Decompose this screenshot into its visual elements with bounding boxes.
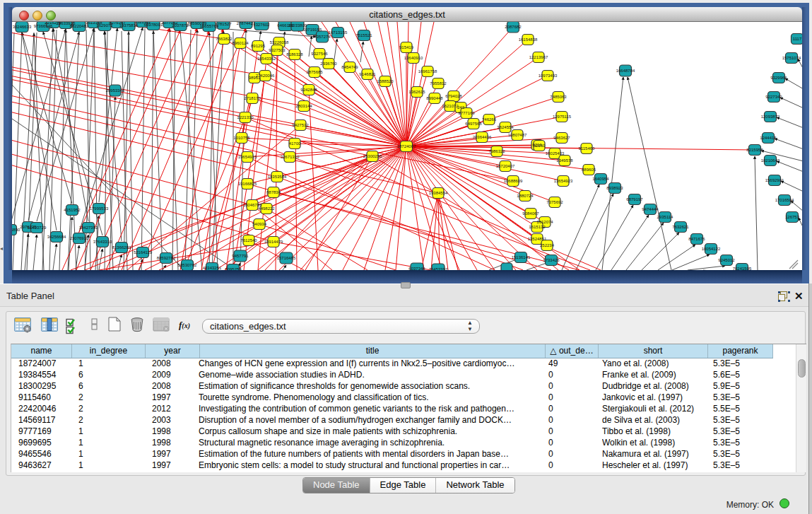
- svg-text:37643310: 37643310: [93, 240, 112, 244]
- svg-text:34256684: 34256684: [47, 235, 66, 239]
- svg-text:16543362: 16543362: [257, 57, 276, 61]
- svg-text:889605: 889605: [582, 168, 596, 172]
- svg-text:53226058: 53226058: [270, 40, 289, 45]
- svg-text:16154838: 16154838: [519, 37, 538, 42]
- svg-text:43343251: 43343251: [203, 266, 222, 270]
- svg-text:10719155: 10719155: [303, 28, 322, 32]
- svg-text:9457791: 9457791: [232, 254, 249, 258]
- svg-text:10025433: 10025433: [546, 151, 565, 156]
- svg-text:915419: 915419: [399, 45, 414, 49]
- svg-text:10688609: 10688609: [504, 179, 523, 183]
- svg-text:12213967: 12213967: [529, 55, 548, 59]
- svg-text:66978001: 66978001: [144, 23, 163, 27]
- svg-text:8215958: 8215958: [746, 148, 763, 152]
- svg-text:9327503: 9327503: [269, 48, 286, 52]
- svg-text:1244415: 1244415: [760, 136, 777, 140]
- svg-text:1221330: 1221330: [237, 115, 254, 119]
- svg-text:20364436: 20364436: [473, 135, 492, 139]
- svg-text:2087682: 2087682: [505, 25, 522, 29]
- svg-text:16914479: 16914479: [264, 240, 283, 244]
- svg-text:1781527: 1781527: [215, 22, 232, 26]
- svg-text:7663822: 7663822: [216, 37, 233, 41]
- svg-text:18427393: 18427393: [79, 226, 98, 230]
- svg-text:8186328: 8186328: [286, 52, 303, 57]
- svg-text:10054122: 10054122: [702, 247, 721, 251]
- svg-text:1733426: 1733426: [543, 258, 560, 262]
- svg-text:1327602: 1327602: [253, 23, 270, 27]
- svg-text:76453392: 76453392: [429, 267, 448, 270]
- svg-text:7357274: 7357274: [314, 35, 331, 39]
- svg-text:15720407: 15720407: [496, 164, 515, 168]
- svg-text:1362615: 1362615: [408, 90, 425, 94]
- svg-text:1117: 1117: [793, 37, 802, 41]
- svg-text:3875685: 3875685: [306, 70, 323, 74]
- svg-text:9777169: 9777169: [458, 111, 475, 115]
- svg-text:7632621: 7632621: [672, 225, 689, 229]
- svg-text:9115460: 9115460: [579, 146, 596, 151]
- svg-text:1621072: 1621072: [442, 104, 459, 108]
- svg-text:19384554: 19384554: [429, 191, 448, 195]
- svg-text:19654915: 19654915: [238, 155, 257, 159]
- svg-text:887834: 887834: [266, 190, 281, 194]
- svg-text:13524851: 13524851: [528, 237, 547, 241]
- svg-text:9084067: 9084067: [522, 211, 539, 216]
- svg-text:88592782: 88592782: [157, 256, 176, 260]
- svg-text:9427512: 9427512: [292, 123, 309, 127]
- svg-text:2037872: 2037872: [172, 23, 189, 28]
- svg-text:58530762: 58530762: [178, 263, 197, 267]
- svg-text:7612540: 7612540: [240, 238, 257, 243]
- svg-text:4151952: 4151952: [64, 208, 81, 212]
- svg-text:1010755: 1010755: [233, 136, 250, 140]
- svg-text:32671310: 32671310: [281, 155, 300, 159]
- svg-text:8471676: 8471676: [688, 237, 705, 241]
- svg-text:15751074: 15751074: [782, 56, 801, 60]
- svg-text:4498222: 4498222: [258, 206, 275, 211]
- svg-text:1880724: 1880724: [517, 194, 534, 198]
- svg-text:70241505: 70241505: [733, 267, 752, 270]
- svg-text:16713155: 16713155: [329, 30, 348, 35]
- svg-text:16648784: 16648784: [616, 69, 635, 73]
- svg-text:891295: 891295: [251, 44, 266, 48]
- svg-text:23076910: 23076910: [70, 236, 89, 240]
- svg-text:18724007: 18724007: [397, 144, 416, 148]
- svg-text:1588520: 1588520: [377, 79, 394, 83]
- svg-text:41700: 41700: [289, 141, 301, 146]
- svg-text:540934: 540934: [252, 222, 267, 226]
- svg-text:10210643: 10210643: [761, 158, 780, 163]
- svg-text:3624554: 3624554: [497, 125, 514, 129]
- svg-text:7986322: 7986322: [488, 149, 505, 153]
- svg-text:1349578: 1349578: [556, 158, 573, 163]
- svg-text:f(x): f(x): [179, 320, 190, 330]
- svg-text:9327546: 9327546: [311, 52, 328, 56]
- svg-text:9242848: 9242848: [300, 88, 317, 92]
- svg-text:14353584: 14353584: [268, 175, 287, 179]
- svg-text:81366283: 81366283: [112, 245, 131, 250]
- svg-text:9474444: 9474444: [642, 207, 659, 211]
- svg-text:2936760: 2936760: [320, 62, 337, 66]
- svg-text:15136141: 15136141: [512, 255, 531, 259]
- svg-text:6879197: 6879197: [626, 197, 643, 201]
- svg-text:17016504: 17016504: [775, 198, 794, 202]
- svg-text:746266: 746266: [482, 117, 497, 122]
- svg-text:1615132: 1615132: [529, 225, 546, 229]
- svg-text:6037344: 6037344: [408, 267, 425, 270]
- svg-text:6497568: 6497568: [465, 122, 482, 126]
- svg-text:12975115: 12975115: [553, 115, 572, 119]
- svg-text:62160: 62160: [534, 144, 546, 148]
- svg-text:1612074: 1612074: [536, 220, 553, 224]
- svg-text:10973493: 10973493: [539, 74, 558, 78]
- svg-text:1640954: 1640954: [592, 177, 609, 181]
- svg-text:7485063: 7485063: [550, 95, 567, 99]
- svg-text:13654923: 13654923: [554, 179, 573, 183]
- svg-text:25300255: 25300255: [363, 154, 382, 158]
- svg-text:9463627: 9463627: [553, 136, 570, 140]
- svg-text:126753: 126753: [785, 215, 800, 219]
- svg-text:2718170: 2718170: [244, 96, 261, 100]
- svg-text:30246633: 30246633: [13, 25, 32, 29]
- svg-text:8960124: 8960124: [232, 41, 249, 45]
- svg-text:17999533: 17999533: [90, 206, 109, 211]
- svg-text:2935114: 2935114: [657, 215, 674, 219]
- svg-text:2803144: 2803144: [295, 104, 312, 108]
- svg-text:243: 243: [457, 105, 465, 110]
- svg-text:66255890: 66255890: [12, 228, 20, 232]
